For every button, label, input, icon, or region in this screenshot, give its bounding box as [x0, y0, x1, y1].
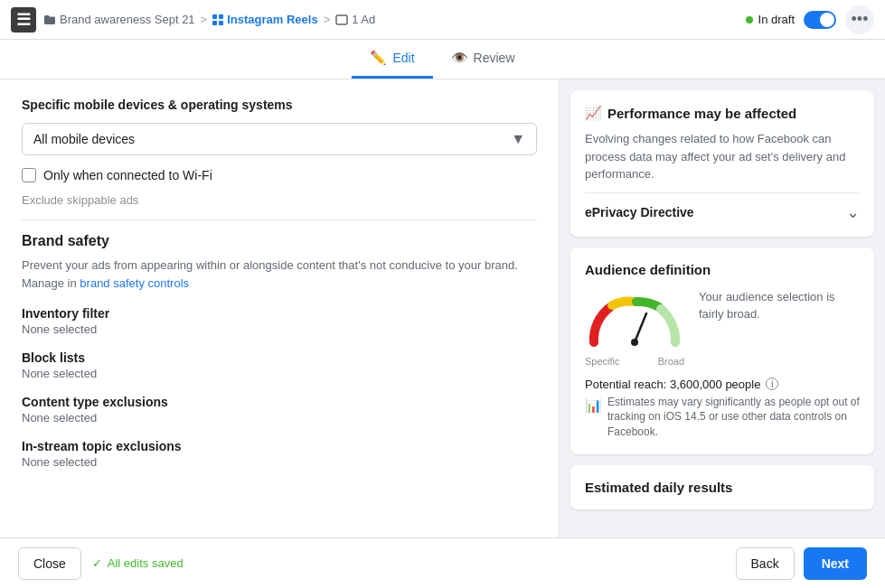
gauge-label-specific: Specific [585, 356, 620, 367]
wifi-label: Only when connected to Wi-Fi [43, 168, 212, 182]
more-options-button[interactable]: ••• [845, 5, 874, 34]
svg-line-1 [635, 313, 646, 342]
grid-icon [212, 14, 223, 25]
bottom-left: Close ✓ All edits saved [18, 547, 184, 580]
info-icon[interactable]: i [766, 378, 778, 390]
check-icon: ✓ [92, 556, 102, 570]
divider-1 [22, 219, 537, 220]
tab-review-label: Review [474, 51, 515, 65]
breadcrumb: Brand awareness Sept 21 > Instagram Reel… [43, 13, 375, 26]
instream-topic-section: In-stream topic exclusions None selected [22, 439, 537, 469]
audience-desc: Your audience selection is fairly broad. [699, 288, 860, 323]
estimated-card: Estimated daily results [570, 465, 874, 509]
performance-icon: 📈 [585, 105, 602, 121]
performance-title-text: Performance may be affected [607, 106, 796, 121]
chevron-down-icon: ⌄ [846, 202, 860, 222]
breadcrumb-campaign[interactable]: Brand awareness Sept 21 [43, 13, 195, 26]
audience-card: Audience definition [570, 247, 874, 454]
gauge-labels: Specific Broad [585, 356, 684, 367]
eprivacy-label: ePrivacy Directive [585, 205, 694, 219]
tab-edit-label: Edit [392, 51, 414, 65]
inventory-filter-title: Inventory filter [22, 306, 537, 321]
svg-rect-0 [336, 15, 347, 24]
dropdown-arrow-icon: ▼ [511, 131, 525, 147]
block-lists-value: None selected [22, 367, 537, 380]
content-type-exclusions-section: Content type exclusions None selected [22, 395, 537, 425]
close-button[interactable]: Close [18, 547, 81, 580]
bottom-right: Back Next [736, 547, 867, 580]
folder-icon [43, 14, 56, 26]
performance-card: 📈 Performance may be affected Evolving c… [570, 90, 874, 237]
breadcrumb-adset-label: Instagram Reels [227, 13, 317, 26]
reach-label: Potential reach: 3,600,000 people [585, 378, 760, 391]
instream-topic-value: None selected [22, 455, 537, 469]
edit-icon: ✏️ [370, 50, 387, 66]
breadcrumb-campaign-label: Brand awareness Sept 21 [60, 13, 195, 26]
tab-edit[interactable]: ✏️ Edit [352, 40, 432, 79]
breadcrumb-sep-2: > [324, 13, 331, 26]
brand-safety-desc: Prevent your ads from appearing within o… [22, 257, 537, 292]
review-icon: 👁️ [451, 50, 468, 66]
breadcrumb-adset[interactable]: Instagram Reels [212, 13, 317, 26]
instream-topic-title: In-stream topic exclusions [22, 439, 537, 453]
svg-point-2 [631, 339, 638, 346]
performance-card-body: Evolving changes related to how Facebook… [585, 130, 860, 183]
next-button[interactable]: Next [804, 547, 867, 580]
top-nav: ☰ Brand awareness Sept 21 > Instagram Re… [0, 0, 885, 40]
reach-note-icon: 📊 [585, 396, 602, 415]
gauge-container: Specific Broad Your audience selection i… [585, 288, 860, 367]
audience-card-title: Audience definition [585, 262, 860, 277]
draft-dot [746, 16, 753, 23]
nav-right: In draft ••• [746, 5, 874, 34]
exclude-skippable-label: Exclude skippable ads [22, 193, 537, 207]
breadcrumb-ad-label: 1 Ad [352, 13, 375, 26]
reach-note-text: Estimates may vary significantly as peop… [607, 395, 860, 440]
status-toggle[interactable] [804, 11, 836, 29]
gauge-chart: Specific Broad [585, 288, 684, 367]
breadcrumb-sep-1: > [201, 13, 208, 26]
wifi-checkbox[interactable] [22, 168, 36, 182]
breadcrumb-ad[interactable]: 1 Ad [335, 13, 375, 26]
performance-card-title: 📈 Performance may be affected [585, 105, 860, 121]
wifi-checkbox-row: Only when connected to Wi-Fi [22, 168, 537, 182]
saved-text: All edits saved [108, 556, 184, 570]
draft-label: In draft [758, 13, 795, 26]
brand-safety-title: Brand safety [22, 233, 537, 249]
toggle-knob [820, 13, 834, 27]
mobile-devices-value: All mobile devices [33, 132, 135, 146]
inventory-filter-section: Inventory filter None selected [22, 306, 537, 336]
eprivacy-directive-row[interactable]: ePrivacy Directive ⌄ [585, 192, 860, 222]
block-lists-title: Block lists [22, 350, 537, 365]
back-button[interactable]: Back [736, 547, 795, 580]
left-panel: Specific mobile devices & operating syst… [0, 79, 560, 537]
reach-row: Potential reach: 3,600,000 people i [585, 378, 860, 391]
mobile-devices-dropdown[interactable]: All mobile devices ▼ [22, 123, 537, 155]
tab-review[interactable]: 👁️ Review [433, 40, 533, 79]
sidebar-toggle-button[interactable]: ☰ [11, 7, 36, 33]
reach-note: 📊 Estimates may vary significantly as pe… [585, 395, 860, 440]
brand-safety-controls-link[interactable]: brand safety controls [80, 276, 189, 290]
tab-bar: ✏️ Edit 👁️ Review [0, 40, 885, 79]
block-lists-section: Block lists None selected [22, 350, 537, 380]
gauge-svg [585, 288, 684, 351]
gauge-label-broad: Broad [658, 356, 684, 367]
content-type-title: Content type exclusions [22, 395, 537, 409]
mobile-section-title: Specific mobile devices & operating syst… [22, 98, 537, 112]
ad-icon [335, 14, 348, 26]
estimated-card-title: Estimated daily results [585, 480, 860, 495]
draft-badge: In draft [746, 13, 795, 26]
bottom-bar: Close ✓ All edits saved Back Next [0, 537, 885, 588]
main-layout: Specific mobile devices & operating syst… [0, 79, 885, 537]
inventory-filter-value: None selected [22, 322, 537, 336]
sidebar-toggle-icon: ☰ [16, 10, 31, 30]
content-type-value: None selected [22, 411, 537, 425]
right-panel: 📈 Performance may be affected Evolving c… [560, 79, 885, 537]
saved-label: ✓ All edits saved [92, 556, 184, 570]
